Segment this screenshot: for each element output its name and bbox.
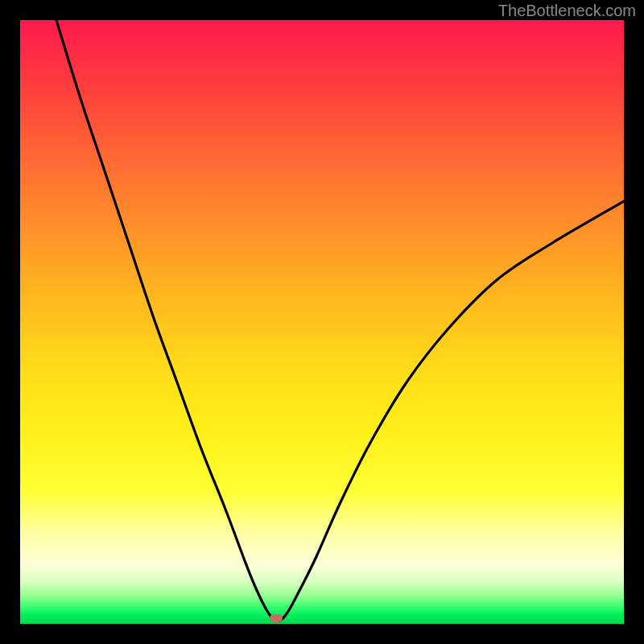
bottleneck-curve: [20, 20, 624, 624]
watermark-label: TheBottleneck.com: [498, 2, 636, 20]
chart-frame: TheBottleneck.com: [0, 0, 644, 644]
minimum-marker-icon: [270, 614, 283, 622]
plot-area: [20, 20, 624, 624]
